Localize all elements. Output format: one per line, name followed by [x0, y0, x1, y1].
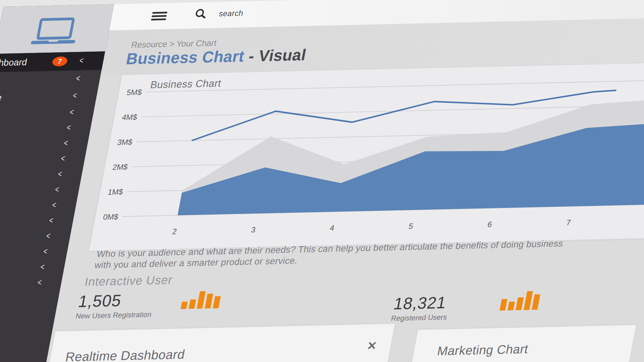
card-title: Realtime Dashboard: [64, 347, 186, 362]
page-title-secondary: - Visual: [243, 46, 308, 65]
sidebar-header: [0, 4, 114, 54]
x-axis-labels: 2 3 4 5 6 7: [172, 218, 572, 236]
sidebar-item-collapsed[interactable]: <: [0, 244, 69, 262]
chevron-left-icon[interactable]: <: [51, 200, 57, 210]
y-tick: 4M$: [121, 113, 138, 122]
bar-chart-icon: [499, 287, 545, 311]
page-title-primary: Business Chart: [125, 47, 246, 68]
chevron-left-icon[interactable]: <: [63, 138, 69, 148]
stat-value: 18,321: [392, 293, 451, 313]
area-chart: 5M$ 4M$ 3M$ 2M$ 1M$ 0M$ 2 3 4 5 6 7: [96, 69, 644, 250]
chevron-left-icon[interactable]: <: [72, 90, 77, 101]
y-tick: 5M$: [126, 88, 143, 97]
chevron-left-icon[interactable]: <: [75, 73, 81, 83]
sidebar-item-collapsed[interactable]: <: [0, 166, 84, 184]
laptop-logo-icon: [24, 17, 83, 47]
sidebar-item-dashboard[interactable]: Dashboard 7 <: [0, 51, 105, 72]
stat-label: New Users Registration: [75, 310, 152, 320]
stats-heading: Interactive User: [84, 273, 174, 289]
x-tick: 2: [172, 227, 178, 236]
x-tick: 6: [487, 220, 493, 229]
stat-label: Registered Users: [390, 313, 448, 323]
chevron-left-icon[interactable]: <: [48, 215, 54, 226]
y-tick: 1M$: [107, 187, 124, 196]
marketing-chart-card: Marketing Chart: [400, 325, 636, 362]
chevron-left-icon[interactable]: <: [54, 184, 60, 195]
hamburger-menu-icon[interactable]: [151, 12, 167, 21]
sidebar-item-collapsed[interactable]: <: [0, 104, 95, 122]
sidebar-item-collapsed[interactable]: <: [0, 275, 63, 293]
close-icon[interactable]: ✕: [366, 339, 378, 353]
sidebar-item-collapsed[interactable]: <: [0, 120, 92, 138]
dashboard-stage: search Resource > Your Chart Business Ch…: [0, 0, 644, 362]
chevron-left-icon[interactable]: <: [66, 122, 71, 133]
chevron-left-icon[interactable]: <: [43, 246, 48, 256]
chevron-left-icon[interactable]: <: [45, 231, 51, 241]
sidebar-item-mail[interactable]: Mail <: [0, 70, 102, 89]
sidebar-item-label: Profile: [0, 93, 3, 104]
sidebar-item-collapsed[interactable]: <: [0, 259, 66, 277]
page-title: Business Chart - Visual: [125, 45, 308, 68]
y-tick: 3M$: [116, 138, 133, 147]
stat-registered-users: 18,321 Registered Users: [390, 293, 451, 323]
notification-badge: 7: [52, 56, 68, 66]
sidebar-item-collapsed[interactable]: <: [0, 228, 72, 246]
y-tick: 2M$: [112, 163, 128, 172]
sidebar-item-label: Dashboard: [0, 57, 28, 68]
chevron-left-icon[interactable]: <: [60, 153, 66, 164]
sidebar-item-collapsed[interactable]: <: [0, 150, 86, 169]
stat-value: 1,505: [77, 290, 156, 311]
chevron-left-icon[interactable]: <: [69, 107, 74, 117]
chevron-left-icon[interactable]: <: [78, 55, 84, 66]
chevron-left-icon[interactable]: <: [40, 262, 45, 272]
stat-new-users: 1,505 New Users Registration: [75, 290, 156, 321]
sidebar-item-collapsed[interactable]: <: [0, 213, 74, 231]
x-tick: 3: [250, 225, 256, 234]
sidebar-item-profile[interactable]: Profile <: [0, 87, 98, 107]
search-input[interactable]: search: [218, 8, 244, 18]
bar-chart-icon: [180, 285, 226, 309]
x-tick: 7: [566, 218, 572, 227]
x-tick: 5: [408, 222, 414, 231]
business-chart-card: Business Chart ✕ 5M$ 4M$ 3M$: [89, 62, 644, 251]
y-tick: 0M$: [102, 213, 119, 222]
card-title: Marketing Chart: [436, 342, 530, 358]
sidebar-item-collapsed[interactable]: <: [0, 135, 89, 153]
search-icon[interactable]: [194, 8, 207, 20]
chevron-left-icon[interactable]: <: [57, 169, 63, 179]
sidebar-item-collapsed[interactable]: <: [0, 197, 77, 215]
chevron-left-icon[interactable]: <: [37, 277, 42, 288]
sidebar-item-collapsed[interactable]: <: [0, 182, 80, 200]
x-tick: 4: [329, 224, 335, 232]
